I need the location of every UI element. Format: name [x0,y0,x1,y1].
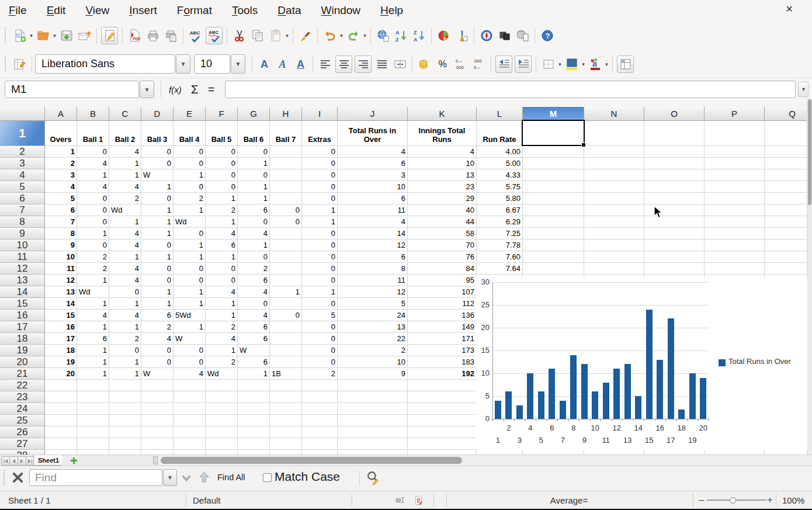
cell-E14[interactable]: 1 [173,286,206,298]
cell-B18[interactable]: 6 [77,333,109,345]
cell-E7[interactable]: 1 [173,204,206,216]
cell-A7[interactable]: 6 [45,204,77,216]
cell-I7[interactable]: 1 [302,204,338,216]
align-right-button[interactable] [355,55,372,73]
hyperlink-button[interactable] [375,27,391,44]
cell-N28[interactable] [584,450,644,455]
font-name-dropdown-icon[interactable]: ▼ [176,54,190,74]
cell-C16[interactable]: 4 [109,310,141,321]
cell-Q1[interactable] [765,121,807,146]
cell-B16[interactable]: 4 [77,310,109,321]
cell-G23[interactable] [238,391,270,403]
align-center-button[interactable] [335,55,352,73]
cell-P10[interactable] [705,240,765,251]
cell-F8[interactable]: 1 [206,216,238,228]
column-header-E[interactable]: E [173,107,206,121]
cell-D6[interactable]: 0 [141,193,173,204]
cell-H2[interactable] [270,146,302,158]
cell-D10[interactable]: 0 [141,240,173,251]
cell-C12[interactable]: 4 [109,263,141,275]
cell-E24[interactable] [173,403,206,415]
cell-D24[interactable] [141,403,173,415]
cell-K17[interactable]: 149 [408,321,477,333]
menu-view[interactable]: View [85,4,109,17]
fill-handle[interactable] [581,143,586,147]
cell-G4[interactable]: 0 [238,169,270,181]
cell-P3[interactable] [705,158,765,169]
print-preview-button[interactable] [163,27,179,44]
cell-O2[interactable] [644,146,705,158]
cell-B1[interactable]: Ball 1 [77,121,109,146]
cell-M28[interactable] [523,450,584,455]
cell-I28[interactable] [302,450,338,455]
vertical-scrollbar[interactable] [807,98,812,455]
cell-G6[interactable]: 1 [238,193,270,204]
cell-A4[interactable]: 3 [45,169,77,181]
document-modified-icon[interactable] [414,491,424,509]
sheet-tab[interactable]: Sheet1 [33,455,64,466]
cell-D22[interactable] [141,380,173,391]
row-header-25[interactable]: 25 [0,415,45,426]
cell-A18[interactable]: 17 [45,333,77,345]
cell-H10[interactable] [270,240,302,251]
next-sheet-icon[interactable] [18,456,26,466]
tab-scrollbar-splitter[interactable] [153,456,158,464]
cell-A11[interactable]: 10 [45,251,77,263]
cell-A1[interactable]: Overs [45,121,77,146]
data-sources-button[interactable] [515,27,530,44]
cell-H14[interactable]: 1 [270,286,302,298]
cell-E8[interactable]: Wd [173,216,206,228]
cell-O5[interactable] [644,181,705,193]
first-sheet-icon[interactable] [1,456,10,466]
cell-E5[interactable]: 0 [173,181,206,193]
cell-H9[interactable] [270,228,302,240]
cell-B5[interactable]: 4 [77,181,109,193]
cell-I8[interactable]: 1 [302,216,338,228]
cell-F3[interactable]: 0 [206,158,238,169]
cell-N7[interactable] [584,204,644,216]
cell-E1[interactable]: Ball 4 [173,121,206,146]
font-name-combobox[interactable]: Liberation Sans [35,54,175,74]
cell-F15[interactable]: 1 [206,298,238,310]
column-header-C[interactable]: C [109,107,141,121]
cell-B3[interactable]: 4 [77,158,109,169]
row-header-22[interactable]: 22 [0,380,45,391]
freeze-panes-button[interactable] [617,55,634,73]
cell-F17[interactable]: 2 [206,321,238,333]
cell-G18[interactable]: 6 [238,333,270,345]
cell-J26[interactable] [338,426,408,438]
expand-formula-bar-icon[interactable]: ▼ [798,82,808,97]
cell-I25[interactable] [302,415,338,426]
cell-C24[interactable] [109,403,141,415]
cell-H25[interactable] [270,415,302,426]
cell-N3[interactable] [584,158,644,169]
row-header-9[interactable]: 9 [0,228,45,240]
cell-G17[interactable]: 6 [238,321,270,333]
cell-C5[interactable]: 4 [109,181,141,193]
cell-O3[interactable] [644,158,705,169]
row-header-18[interactable]: 18 [0,333,45,345]
cell-H1[interactable]: Ball 7 [270,121,302,146]
cell-O6[interactable] [644,193,705,204]
cell-L1[interactable]: Run Rate [477,121,523,146]
cell-J28[interactable] [338,450,408,455]
formula-input[interactable] [225,81,796,98]
cell-J15[interactable]: 5 [338,298,408,310]
row-header-15[interactable]: 15 [0,298,45,310]
cell-C9[interactable]: 4 [109,228,141,240]
menu-insert[interactable]: Insert [129,4,157,17]
cell-F24[interactable] [206,403,238,415]
cell-O4[interactable] [644,169,705,181]
cell-B19[interactable]: 1 [77,345,109,356]
copy-button[interactable] [249,27,265,44]
cell-G7[interactable]: 6 [238,204,270,216]
row-header-4[interactable]: 4 [0,169,45,181]
cell-H24[interactable] [270,403,302,415]
zoom-out-icon[interactable]: – [699,491,704,509]
embedded-chart[interactable]: 0510152025301234567891011121314151617181… [476,277,807,450]
bold-button[interactable]: A [256,56,272,72]
cell-F13[interactable]: 0 [206,275,238,286]
cell-J19[interactable]: 2 [338,345,408,356]
cell-I26[interactable] [302,426,338,438]
cell-N12[interactable] [584,263,644,275]
